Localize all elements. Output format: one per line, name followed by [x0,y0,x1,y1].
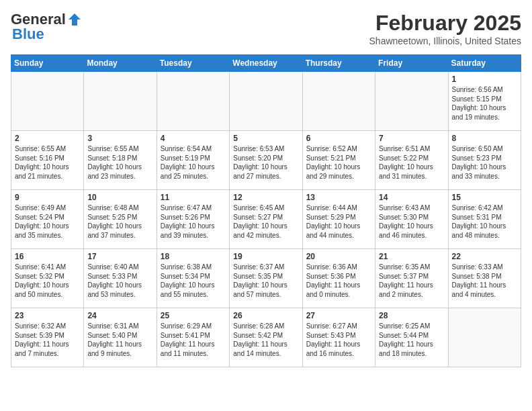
calendar-day-cell: 25Sunrise: 6:29 AM Sunset: 5:41 PM Dayli… [157,308,229,367]
day-number: 22 [452,252,517,261]
calendar-week-row: 16Sunrise: 6:41 AM Sunset: 5:32 PM Dayli… [11,249,521,308]
day-number: 6 [306,134,371,143]
calendar-day-cell: 20Sunrise: 6:36 AM Sunset: 5:36 PM Dayli… [302,249,375,308]
day-info: Sunrise: 6:56 AM Sunset: 5:15 PM Dayligh… [452,85,517,122]
day-of-week-header: Tuesday [157,55,229,72]
calendar-day-cell: 14Sunrise: 6:43 AM Sunset: 5:30 PM Dayli… [375,190,448,249]
month-title: February 2025 [369,11,521,36]
day-info: Sunrise: 6:55 AM Sunset: 5:16 PM Dayligh… [15,144,80,181]
calendar-day-cell [11,72,84,131]
day-of-week-header: Saturday [448,55,521,72]
day-info: Sunrise: 6:42 AM Sunset: 5:31 PM Dayligh… [452,203,517,240]
day-number: 12 [233,193,298,202]
location-text: Shawneetown, Illinois, United States [369,36,521,46]
day-number: 5 [233,134,298,143]
calendar-day-cell: 9Sunrise: 6:49 AM Sunset: 5:24 PM Daylig… [11,190,84,249]
calendar-day-cell: 17Sunrise: 6:40 AM Sunset: 5:33 PM Dayli… [84,249,157,308]
day-number: 9 [15,193,80,202]
day-info: Sunrise: 6:37 AM Sunset: 5:35 PM Dayligh… [233,263,298,299]
calendar-table: SundayMondayTuesdayWednesdayThursdayFrid… [11,54,521,367]
title-block: February 2025 Shawneetown, Illinois, Uni… [369,11,521,46]
calendar-day-cell: 18Sunrise: 6:38 AM Sunset: 5:34 PM Dayli… [157,249,229,308]
day-info: Sunrise: 6:45 AM Sunset: 5:27 PM Dayligh… [233,203,298,240]
day-info: Sunrise: 6:48 AM Sunset: 5:25 PM Dayligh… [87,203,152,240]
calendar-day-cell: 28Sunrise: 6:25 AM Sunset: 5:44 PM Dayli… [375,308,448,367]
calendar-day-cell: 7Sunrise: 6:51 AM Sunset: 5:22 PM Daylig… [375,131,448,190]
page-header: General Blue February 2025 Shawneetown, … [11,11,521,46]
calendar-day-cell: 24Sunrise: 6:31 AM Sunset: 5:40 PM Dayli… [84,308,157,367]
day-of-week-header: Wednesday [230,55,302,72]
day-number: 27 [306,311,371,320]
calendar-week-row: 9Sunrise: 6:49 AM Sunset: 5:24 PM Daylig… [11,190,521,249]
calendar-day-cell: 26Sunrise: 6:28 AM Sunset: 5:42 PM Dayli… [230,308,302,367]
calendar-day-cell: 16Sunrise: 6:41 AM Sunset: 5:32 PM Dayli… [11,249,84,308]
calendar-week-row: 2Sunrise: 6:55 AM Sunset: 5:16 PM Daylig… [11,131,521,190]
day-number: 10 [87,193,152,202]
day-info: Sunrise: 6:32 AM Sunset: 5:39 PM Dayligh… [15,322,80,358]
day-number: 26 [233,311,298,320]
calendar-day-cell: 4Sunrise: 6:54 AM Sunset: 5:19 PM Daylig… [157,131,229,190]
day-number: 25 [161,311,226,320]
calendar-day-cell: 12Sunrise: 6:45 AM Sunset: 5:27 PM Dayli… [230,190,302,249]
logo-blue-text: Blue [12,26,44,43]
svg-marker-0 [69,13,81,26]
calendar-day-cell: 15Sunrise: 6:42 AM Sunset: 5:31 PM Dayli… [448,190,521,249]
day-of-week-header: Sunday [11,55,84,72]
day-info: Sunrise: 6:51 AM Sunset: 5:22 PM Dayligh… [379,144,444,181]
day-number: 11 [161,193,226,202]
calendar-day-cell: 11Sunrise: 6:47 AM Sunset: 5:26 PM Dayli… [157,190,229,249]
logo: General Blue [11,11,82,43]
day-number: 7 [379,134,444,143]
day-number: 2 [15,134,80,143]
calendar-day-cell: 6Sunrise: 6:52 AM Sunset: 5:21 PM Daylig… [302,131,375,190]
calendar-day-cell [230,72,302,131]
calendar-day-cell [448,308,521,367]
calendar-day-cell: 22Sunrise: 6:33 AM Sunset: 5:38 PM Dayli… [448,249,521,308]
day-number: 23 [15,311,80,320]
calendar-day-cell: 5Sunrise: 6:53 AM Sunset: 5:20 PM Daylig… [230,131,302,190]
day-info: Sunrise: 6:35 AM Sunset: 5:37 PM Dayligh… [379,263,444,299]
day-number: 8 [452,134,517,143]
logo-icon [67,12,82,27]
day-info: Sunrise: 6:25 AM Sunset: 5:44 PM Dayligh… [379,322,444,358]
day-info: Sunrise: 6:49 AM Sunset: 5:24 PM Dayligh… [15,203,80,240]
day-info: Sunrise: 6:47 AM Sunset: 5:26 PM Dayligh… [161,203,226,240]
day-of-week-header: Monday [84,55,157,72]
calendar-day-cell: 1Sunrise: 6:56 AM Sunset: 5:15 PM Daylig… [448,72,521,131]
day-number: 19 [233,252,298,261]
day-info: Sunrise: 6:53 AM Sunset: 5:20 PM Dayligh… [233,144,298,181]
day-number: 15 [452,193,517,202]
day-number: 14 [379,193,444,202]
calendar-day-cell: 10Sunrise: 6:48 AM Sunset: 5:25 PM Dayli… [84,190,157,249]
day-of-week-header: Thursday [302,55,375,72]
calendar-day-cell [84,72,157,131]
day-number: 28 [379,311,444,320]
calendar-header-row: SundayMondayTuesdayWednesdayThursdayFrid… [11,55,521,72]
calendar-week-row: 23Sunrise: 6:32 AM Sunset: 5:39 PM Dayli… [11,308,521,367]
day-number: 18 [161,252,226,261]
day-number: 20 [306,252,371,261]
day-info: Sunrise: 6:43 AM Sunset: 5:30 PM Dayligh… [379,203,444,240]
day-info: Sunrise: 6:28 AM Sunset: 5:42 PM Dayligh… [233,322,298,358]
day-info: Sunrise: 6:52 AM Sunset: 5:21 PM Dayligh… [306,144,371,181]
day-info: Sunrise: 6:44 AM Sunset: 5:29 PM Dayligh… [306,203,371,240]
calendar-day-cell: 8Sunrise: 6:50 AM Sunset: 5:23 PM Daylig… [448,131,521,190]
day-info: Sunrise: 6:40 AM Sunset: 5:33 PM Dayligh… [87,263,152,299]
calendar-day-cell: 27Sunrise: 6:27 AM Sunset: 5:43 PM Dayli… [302,308,375,367]
day-info: Sunrise: 6:55 AM Sunset: 5:18 PM Dayligh… [87,144,152,181]
day-number: 21 [379,252,444,261]
calendar-day-cell: 2Sunrise: 6:55 AM Sunset: 5:16 PM Daylig… [11,131,84,190]
day-number: 1 [452,75,517,84]
calendar-day-cell [302,72,375,131]
calendar-day-cell [375,72,448,131]
day-info: Sunrise: 6:31 AM Sunset: 5:40 PM Dayligh… [87,322,152,358]
calendar-day-cell [157,72,229,131]
day-info: Sunrise: 6:27 AM Sunset: 5:43 PM Dayligh… [306,322,371,358]
calendar-day-cell: 23Sunrise: 6:32 AM Sunset: 5:39 PM Dayli… [11,308,84,367]
day-info: Sunrise: 6:50 AM Sunset: 5:23 PM Dayligh… [452,144,517,181]
day-info: Sunrise: 6:33 AM Sunset: 5:38 PM Dayligh… [452,263,517,299]
day-of-week-header: Friday [375,55,448,72]
calendar-day-cell: 3Sunrise: 6:55 AM Sunset: 5:18 PM Daylig… [84,131,157,190]
day-number: 4 [161,134,226,143]
day-info: Sunrise: 6:29 AM Sunset: 5:41 PM Dayligh… [161,322,226,358]
